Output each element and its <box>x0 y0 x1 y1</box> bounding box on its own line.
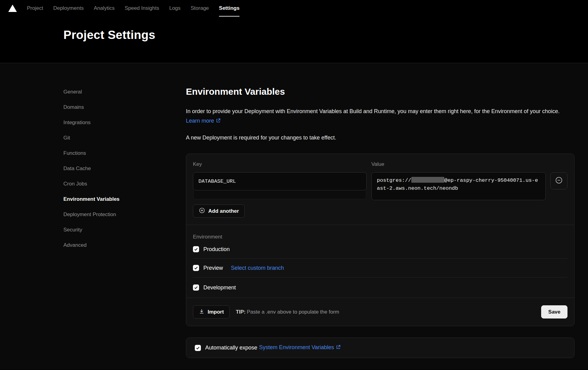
nav-tab-settings[interactable]: Settings <box>219 0 239 17</box>
key-suggestion-panel <box>193 190 366 199</box>
vercel-triangle-icon <box>8 5 17 12</box>
nav-tab-deployments[interactable]: Deployments <box>53 0 84 17</box>
card-footer: Import TIP:Paste a .env above to populat… <box>186 298 574 326</box>
remove-row-button[interactable] <box>550 172 567 189</box>
main-panel: Environment Variables In order to provid… <box>186 63 575 370</box>
nav-tab-speed-insights[interactable]: Speed Insights <box>125 0 159 17</box>
development-label: Development <box>203 284 236 291</box>
download-icon <box>199 308 205 316</box>
import-label: Import <box>208 309 224 315</box>
development-checkbox[interactable] <box>193 284 199 291</box>
add-another-label: Add another <box>208 208 239 214</box>
external-link-icon <box>336 345 341 351</box>
checkmark-icon <box>194 266 198 270</box>
sidebar-item-deployment-protection[interactable]: Deployment Protection <box>63 209 186 220</box>
nav-tab-project[interactable]: Project <box>27 0 43 17</box>
select-custom-branch-link[interactable]: Select custom branch <box>231 265 284 271</box>
nav-tab-analytics[interactable]: Analytics <box>94 0 115 17</box>
vercel-logo-icon[interactable] <box>8 0 17 17</box>
expose-checkbox[interactable] <box>195 345 201 351</box>
preview-label: Preview <box>203 265 223 271</box>
value-input[interactable]: postgres://@ep-raspy-cherry-95040071.us-… <box>371 172 546 200</box>
checkmark-icon <box>196 346 200 350</box>
value-label: Value <box>371 161 546 167</box>
system-env-vars-label: System Environment Variables <box>259 344 334 350</box>
external-link-icon <box>216 117 221 126</box>
sidebar-item-advanced[interactable]: Advanced <box>63 240 186 250</box>
value-prefix: postgres:// <box>377 177 411 183</box>
sidebar-item-git[interactable]: Git <box>63 133 186 143</box>
nav-tab-storage[interactable]: Storage <box>191 0 209 17</box>
import-button[interactable]: Import <box>193 305 230 319</box>
expose-label: Automatically expose <box>205 345 257 351</box>
learn-more-link[interactable]: Learn more <box>186 118 221 124</box>
env-row-preview: Preview Select custom branch <box>193 259 567 277</box>
top-nav: Project Deployments Analytics Speed Insi… <box>0 0 588 17</box>
system-env-vars-link[interactable]: System Environment Variables <box>259 344 341 351</box>
learn-more-label: Learn more <box>186 118 214 124</box>
sidebar-item-domains[interactable]: Domains <box>63 102 186 113</box>
remove-button-spacer <box>550 161 567 172</box>
settings-sidebar: General Domains Integrations Git Functio… <box>63 63 186 370</box>
key-label: Key <box>193 161 367 167</box>
environment-label: Environment <box>193 234 567 240</box>
section-description: In order to provide your Deployment with… <box>186 107 575 126</box>
production-checkbox[interactable] <box>193 246 199 252</box>
env-row-production: Production <box>193 240 567 258</box>
deployment-note: A new Deployment is required for your ch… <box>186 135 575 141</box>
content-area: General Domains Integrations Git Functio… <box>0 63 588 370</box>
sidebar-item-data-cache[interactable]: Data Cache <box>63 163 186 174</box>
sidebar-item-functions[interactable]: Functions <box>63 148 186 158</box>
env-row-development: Development <box>193 277 567 298</box>
save-button[interactable]: Save <box>541 305 567 319</box>
sidebar-item-integrations[interactable]: Integrations <box>63 117 186 128</box>
section-heading: Environment Variables <box>186 87 575 97</box>
key-input[interactable]: DATABASE_URL <box>193 172 367 190</box>
page-title: Project Settings <box>63 28 588 42</box>
sidebar-item-environment-variables[interactable]: Environment Variables <box>63 194 186 204</box>
checkmark-icon <box>194 247 198 251</box>
redacted-secret <box>411 177 444 183</box>
checkmark-icon <box>194 285 198 290</box>
page-header: Project Settings <box>0 17 588 63</box>
expose-card: Automatically expose System Environment … <box>186 338 575 358</box>
env-vars-card: Key DATABASE_URL Value postgres://@ep-ra… <box>186 154 575 326</box>
nav-tab-logs[interactable]: Logs <box>169 0 181 17</box>
sidebar-item-cron-jobs[interactable]: Cron Jobs <box>63 179 186 189</box>
sidebar-item-security[interactable]: Security <box>63 225 186 235</box>
plus-circle-icon <box>199 207 205 215</box>
tip-prefix: TIP: <box>236 309 246 315</box>
tip-text: TIP:Paste a .env above to populate the f… <box>236 309 339 315</box>
tip-body: Paste a .env above to populate the form <box>247 309 339 315</box>
add-another-button[interactable]: Add another <box>193 204 245 218</box>
description-text: In order to provide your Deployment with… <box>186 108 560 114</box>
sidebar-item-general[interactable]: General <box>63 87 186 97</box>
preview-checkbox[interactable] <box>193 265 199 271</box>
minus-circle-icon <box>555 176 563 185</box>
production-label: Production <box>203 246 230 253</box>
value-line1-suffix: @ep-raspy-cherry-95040 <box>444 177 513 183</box>
